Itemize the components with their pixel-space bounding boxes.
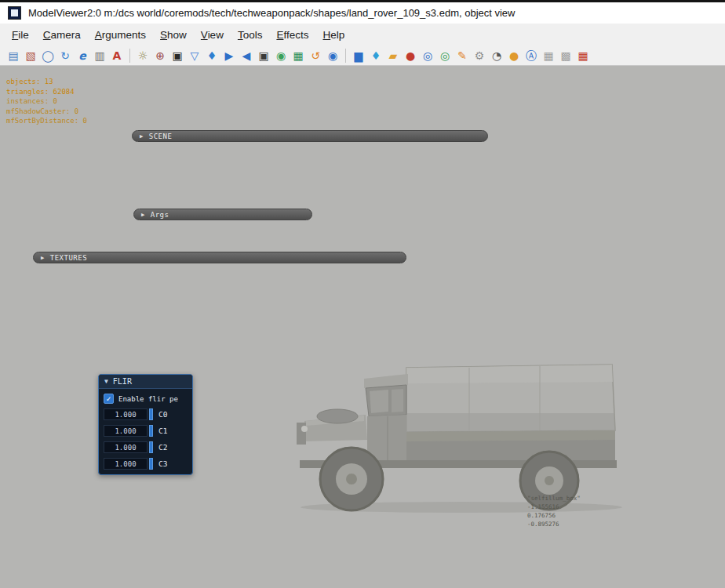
expand-arrow-icon: ▶ — [140, 133, 144, 140]
toolbar: ▤ ▧ ◯ ↻ e ▥ A ☼ ⊕ ▣ ▽ ♦ ▶ ◀ ▣ ◉ ▦ ↺ ◉ ▆ … — [0, 45, 725, 66]
lamp-icon[interactable]: ☼ — [135, 48, 151, 64]
toolbar-separator — [129, 49, 130, 63]
c3-slider-handle[interactable] — [149, 458, 153, 470]
edit-icon[interactable]: ✎ — [454, 48, 470, 64]
orange-ball-icon[interactable]: ● — [506, 48, 522, 64]
enable-flir-checkbox[interactable]: ✓ — [104, 394, 114, 404]
c2-slider-handle[interactable] — [149, 441, 153, 453]
gauge-icon[interactable]: ◔ — [489, 48, 505, 64]
annotation-line: "selfillum_box" — [527, 494, 581, 503]
expand-arrow-icon: ▶ — [141, 212, 145, 218]
camera-icon[interactable]: ▣ — [256, 48, 271, 64]
c1-slider-handle[interactable] — [149, 425, 153, 437]
collapse-arrow-icon: ▼ — [104, 378, 108, 385]
c2-label: C2 — [158, 443, 167, 452]
annotation-line: -0.895276 — [527, 520, 581, 528]
title-bar: ModelViewer2:0 m:/dcs world/coremods/tec… — [0, 0, 725, 24]
c0-label: C0 — [158, 410, 167, 419]
menu-effects[interactable]: Effects — [269, 26, 315, 44]
flir-coeff-row: 1.000 C2 — [104, 441, 188, 453]
c1-value-input[interactable]: 1.000 — [104, 425, 148, 437]
textures-panel-label: TEXTURES — [50, 254, 87, 262]
new-file-icon[interactable]: ▤ — [5, 48, 21, 64]
c2-value-input[interactable]: 1.000 — [104, 441, 148, 453]
textures-panel-header[interactable]: ▶ TEXTURES — [33, 252, 406, 263]
stat-sort-by-distance: mfSortByDistance: 0 — [6, 116, 87, 126]
sphere-icon[interactable]: ◯ — [40, 48, 56, 64]
flir-coeff-row: 1.000 C3 — [104, 458, 188, 470]
undo-icon[interactable]: ↺ — [308, 48, 323, 64]
folder-icon[interactable]: ▰ — [385, 48, 401, 64]
enable-flir-label: Enable flir pe — [118, 395, 178, 403]
menu-tools[interactable]: Tools — [231, 26, 270, 44]
app-icon — [8, 6, 21, 20]
menu-camera[interactable]: Camera — [36, 26, 88, 44]
c0-value-input[interactable]: 1.000 — [104, 408, 148, 420]
c3-label: C3 — [158, 459, 167, 468]
red-sphere-icon[interactable]: ● — [403, 48, 418, 64]
red-grid-icon[interactable]: ▦ — [575, 48, 591, 64]
open-file-icon[interactable]: ▧ — [23, 48, 38, 64]
play-back-icon[interactable]: ◀ — [239, 48, 254, 64]
enable-flir-row: ✓ Enable flir pe — [104, 394, 188, 404]
scene-panel-header[interactable]: ▶ SCENE — [132, 130, 488, 142]
flir-panel-header[interactable]: ▼ FLIR — [99, 375, 192, 389]
args-panel-header[interactable]: ▶ Args — [133, 209, 312, 220]
args-panel-label: Args — [151, 211, 169, 219]
c1-label: C1 — [158, 426, 167, 435]
window-title: ModelViewer2:0 m:/dcs world/coremods/tec… — [28, 7, 516, 19]
model-annotation: "selfillum_box" -1.155616 0.176756 -0.89… — [527, 494, 581, 528]
scene-panel-label: SCENE — [149, 132, 173, 140]
flir-coeff-row: 1.000 C1 — [104, 425, 188, 437]
monitor-icon[interactable]: ▦ — [290, 48, 306, 64]
stat-triangles: triangles: 62084 — [6, 87, 87, 97]
histogram-icon[interactable]: ▆ — [351, 48, 366, 64]
menu-bar: File Camera Arguments Show View Tools Ef… — [0, 24, 725, 45]
c3-value-input[interactable]: 1.000 — [104, 458, 148, 470]
stat-objects: objects: 13 — [6, 77, 87, 87]
menu-arguments[interactable]: Arguments — [88, 26, 153, 44]
add-frame-icon[interactable]: ▣ — [169, 48, 185, 64]
refresh-icon[interactable]: ↻ — [57, 48, 73, 64]
c0-slider-handle[interactable] — [149, 408, 153, 420]
eye-icon[interactable]: ◉ — [325, 48, 341, 64]
target-icon[interactable]: ⊕ — [152, 48, 168, 64]
acrobat-icon[interactable]: A — [109, 48, 125, 64]
menu-view[interactable]: View — [194, 26, 231, 44]
paint-icon[interactable]: ♦ — [368, 48, 384, 64]
flir-panel-title: FLIR — [113, 377, 132, 386]
spheres-icon[interactable]: ◉ — [273, 48, 289, 64]
flir-panel: ▼ FLIR ✓ Enable flir pe 1.000 C0 1.000 C… — [98, 374, 193, 475]
stat-shadow-caster: mfShadowCaster: 0 — [6, 107, 87, 117]
annotation-line: -1.155616 — [527, 503, 581, 511]
expand-arrow-icon: ▶ — [41, 255, 45, 261]
grid-icon[interactable]: ▦ — [541, 48, 556, 64]
green-ring-icon[interactable]: ◎ — [437, 48, 453, 64]
menu-help[interactable]: Help — [315, 26, 352, 44]
blue-ring-icon[interactable]: ◎ — [420, 48, 435, 64]
droplet-icon[interactable]: ♦ — [204, 48, 220, 64]
document-icon[interactable]: ▥ — [92, 48, 107, 64]
annotation-line: 0.176756 — [527, 511, 581, 520]
flir-coeff-row: 1.000 C0 — [104, 408, 188, 420]
menu-show[interactable]: Show — [153, 26, 194, 44]
menu-file[interactable]: File — [5, 26, 36, 44]
render-stats: objects: 13 triangles: 62084 instances: … — [6, 77, 87, 126]
find-text-icon[interactable]: Ⓐ — [523, 48, 539, 64]
filter-icon[interactable]: ▽ — [187, 48, 202, 64]
settings-icon[interactable]: ⚙ — [472, 48, 487, 64]
play-icon[interactable]: ▶ — [221, 48, 237, 64]
viewport-3d[interactable]: objects: 13 triangles: 62084 instances: … — [0, 67, 725, 588]
grid-dots-icon[interactable]: ▩ — [558, 48, 574, 64]
toolbar-separator — [345, 49, 346, 63]
stat-instances: instances: 0 — [6, 96, 87, 107]
internet-icon[interactable]: e — [75, 48, 90, 64]
